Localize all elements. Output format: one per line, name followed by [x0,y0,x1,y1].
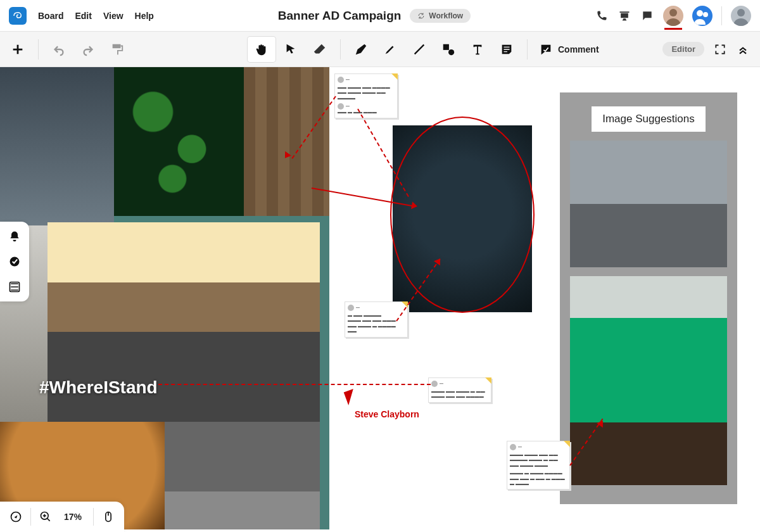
menubar: Board Edit View Help Banner AD Campaign … [0,0,760,32]
presence-avatar-1[interactable] [663,6,683,26]
presentation-icon [618,10,631,22]
separator [93,508,94,526]
hashtag-text[interactable]: #WhereIStand [39,377,158,398]
zoom-level[interactable]: 17% [60,512,86,522]
call-button[interactable] [595,9,609,23]
line-icon [412,42,426,56]
canvas[interactable]: #WhereIStand Image Suggestions ··· ▬▬ ▬▬… [0,67,760,532]
menu-help[interactable]: Help [135,11,154,21]
redo-button[interactable] [74,37,102,62]
note-tool[interactable] [493,37,521,62]
comment-note[interactable]: ··· ▬▬▬ ▬▬ ▬▬▬ ▬ ▬▬ ▬▬▬ ▬▬ ▬▬ ▬▬▬▬ [428,377,491,403]
ellipse-annotation[interactable] [390,117,535,313]
paint-roller-icon [110,42,124,56]
svg-point-2 [703,12,708,17]
chat-button[interactable] [640,9,654,23]
chat-icon [641,10,654,22]
collaborator-cursor [344,389,358,405]
person-icon [663,6,683,26]
suggestions-title[interactable]: Image Suggestions [592,106,706,132]
separator [38,39,39,60]
divider [721,6,722,25]
plus-icon [11,42,25,56]
bell-icon [8,230,21,243]
image-tile[interactable] [165,422,320,529]
separator [527,39,528,60]
svg-point-3 [737,9,745,16]
menu-edit[interactable]: Edit [75,11,91,21]
present-button[interactable] [618,9,631,23]
notifications-button[interactable] [8,229,22,243]
format-painter-button[interactable] [103,37,131,62]
menu-board[interactable]: Board [38,11,63,21]
line-tool[interactable] [405,37,433,62]
suggestion-image[interactable] [570,276,727,485]
people-icon [692,6,712,26]
comment-label: Comment [558,44,599,54]
mouse-mode-button[interactable] [101,510,115,524]
fullscreen-icon [714,43,726,56]
undo-icon [52,42,66,56]
zoom-button[interactable] [39,510,53,524]
svg-point-1 [697,10,703,16]
highlighter-icon [383,42,397,56]
toolbar: Comment Editor [0,32,760,67]
menu-view[interactable]: View [103,11,124,21]
eraser-tool[interactable] [306,37,334,62]
text-tool[interactable] [464,37,491,62]
add-button[interactable] [4,37,32,62]
image-tile[interactable] [244,67,329,216]
person-icon [731,6,751,26]
list-icon [8,281,21,293]
image-tile[interactable] [0,67,114,225]
text-icon [471,42,484,56]
tasks-button[interactable] [8,255,22,269]
collaborator-name: Steve Clayborn [355,409,419,419]
highlighter-tool[interactable] [376,37,404,62]
sticky-note-icon [500,42,514,56]
svg-point-0 [669,9,677,16]
suggestion-image[interactable] [570,141,727,267]
mouse-icon [102,510,115,523]
collapse-button[interactable] [736,42,750,56]
svg-rect-5 [443,44,449,49]
fullscreen-button[interactable] [713,42,727,56]
pen-tool[interactable] [347,37,375,62]
chevrons-up-icon [737,43,749,56]
eraser-icon [313,42,327,56]
pen-icon [354,42,368,56]
current-user-avatar[interactable] [731,6,751,26]
workflow-label: Workflow [429,11,463,20]
image-tile[interactable] [114,67,244,216]
arrow-annotation[interactable] [158,384,431,385]
menubar-right [595,6,751,26]
comment-note[interactable]: ··· ▬▬▬ ▬▬▬ ▬▬ ▬▬ ▬▬▬▬ ▬▬▬ ▬ ▬▬ ▬▬ ▬▬▬ ▬… [507,441,570,490]
outline-button[interactable] [8,280,22,294]
separator [30,508,31,526]
moodboard-frame[interactable]: #WhereIStand [0,67,329,529]
comment-icon [539,42,553,56]
navigator-button[interactable] [9,510,23,524]
compass-icon [10,510,22,523]
select-tool[interactable] [277,37,305,62]
shape-tool[interactable] [434,37,462,62]
pointer-icon [284,42,298,56]
role-pill[interactable]: Editor [662,42,704,56]
svg-point-6 [448,49,454,55]
svg-rect-4 [113,44,121,48]
refresh-icon [417,12,425,20]
side-tools [0,222,29,301]
workflow-button[interactable]: Workflow [410,9,471,23]
share-avatar-button[interactable] [692,6,712,26]
comment-tool[interactable]: Comment [534,42,604,56]
app-logo[interactable] [9,7,27,25]
shapes-icon [441,42,455,56]
zoom-bar: 17% [0,502,124,532]
comment-note[interactable]: ··· ▬▬ ▬▬▬ ▬▬ ▬▬▬▬ ▬▬ ▬▬▬ ▬▬▬ ▬▬ ▬▬▬▬ ··… [334,73,398,118]
undo-button[interactable] [45,37,73,62]
pan-tool[interactable] [248,37,276,62]
separator [340,39,341,60]
swirl-icon [12,10,23,22]
phone-icon [595,10,608,22]
document-title[interactable]: Banner AD Campaign [278,9,402,23]
